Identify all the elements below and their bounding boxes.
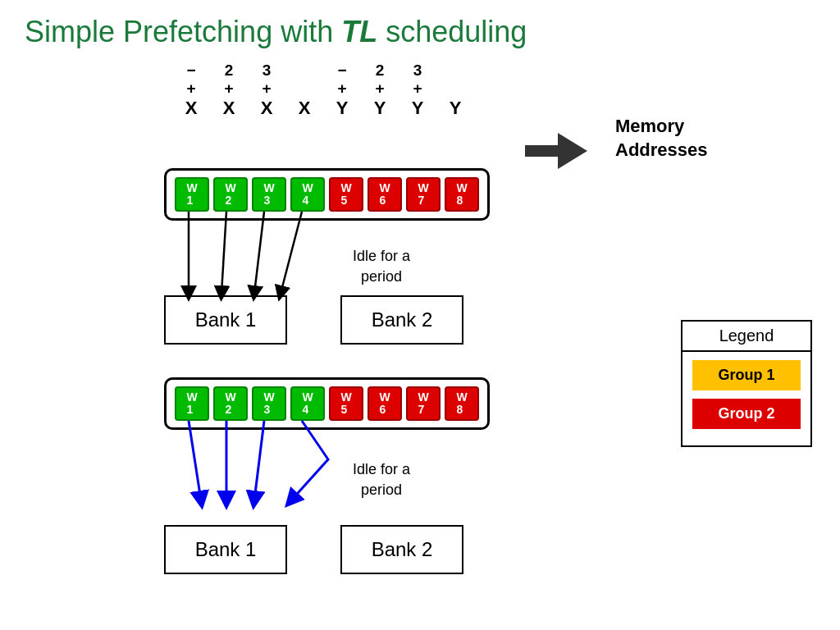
title-text: Simple Prefetching with	[25, 15, 341, 48]
addr-row1: − 2 3 − 2 3	[172, 62, 474, 80]
svg-line-4	[189, 421, 201, 500]
addr-col-5-r2: +	[323, 80, 361, 98]
w-box-6-bot: W6	[368, 386, 402, 421]
bank2-bot-label: Bank 2	[372, 538, 433, 561]
svg-line-2	[254, 212, 264, 294]
svg-line-6	[254, 421, 264, 500]
w-box-7-top: W7	[406, 177, 441, 212]
addr-col-4-r2	[285, 80, 323, 98]
w-box-8-top: W8	[445, 177, 479, 212]
w-box-2-top: W2	[213, 177, 248, 212]
bank1-top-label: Bank 1	[195, 308, 257, 331]
title-rest: scheduling	[377, 15, 527, 48]
w-box-2-bot: W2	[213, 386, 248, 421]
addr-col-5-r1: −	[323, 62, 361, 80]
w-box-1-bot: W1	[175, 386, 209, 421]
addr-row2: + + + + + +	[172, 80, 474, 98]
svg-line-3	[281, 212, 302, 294]
memory-arrow-container	[525, 133, 587, 169]
addr-col-8-r1	[436, 62, 474, 80]
addr-col-3-r2: +	[248, 80, 285, 98]
w-box-5-bot: W5	[329, 386, 363, 421]
addr-col-4-r1	[285, 62, 323, 80]
page-title: Simple Prefetching with TL scheduling	[25, 15, 527, 49]
bank2-top-label: Bank 2	[372, 308, 433, 331]
memory-addresses-label: Memory Addresses	[615, 115, 708, 162]
w-box-7-bot: W7	[406, 386, 441, 421]
w-box-1-top: W1	[175, 177, 209, 212]
legend-group2: Group 2	[692, 399, 801, 429]
addr-col-3-r1: 3	[248, 62, 285, 80]
bank1-bot: Bank 1	[164, 525, 287, 574]
idle-bot-text: Idle for aperiod	[353, 459, 410, 500]
addr-col-1-r2: +	[172, 80, 210, 98]
w-box-3-top: W3	[252, 177, 286, 212]
bank1-bot-label: Bank 1	[195, 538, 257, 561]
addr-column-group: − 2 3 − 2 3 + + + + + + X X X X Y Y Y Y	[172, 62, 474, 119]
addr-col-1-r3: X	[172, 98, 210, 119]
bank2-top: Bank 2	[340, 295, 463, 345]
bank1-top: Bank 1	[164, 295, 287, 345]
bank2-bot: Bank 2	[340, 525, 463, 574]
addr-col-2-r3: X	[210, 98, 248, 119]
w-box-6-top: W6	[368, 177, 402, 212]
addr-col-7-r3: Y	[399, 98, 436, 119]
addr-col-8-r3: Y	[436, 98, 474, 119]
legend-box: Legend Group 1 Group 2	[681, 320, 812, 447]
legend-title: Legend	[682, 322, 810, 352]
arrow-head	[558, 133, 587, 169]
addr-col-3-r3: X	[248, 98, 285, 119]
svg-line-1	[221, 212, 226, 294]
title-italic: TL	[341, 15, 377, 48]
legend-group1: Group 1	[692, 360, 801, 390]
addr-col-8-r2	[436, 80, 474, 98]
addr-col-7-r2: +	[399, 80, 436, 98]
addr-col-6-r3: Y	[361, 98, 399, 119]
addr-col-2-r1: 2	[210, 62, 248, 80]
w-box-3-bot: W3	[252, 386, 286, 421]
addr-col-2-r2: +	[210, 80, 248, 98]
addr-col-6-r1: 2	[361, 62, 399, 80]
bottom-w-row: W1 W2 W3 W4 W5 W6 W7 W8	[164, 377, 490, 430]
arrow-body	[525, 145, 558, 157]
addr-row3: X X X X Y Y Y Y	[172, 98, 474, 119]
top-w-row: W1 W2 W3 W4 W5 W6 W7 W8	[164, 168, 490, 221]
addr-col-5-r3: Y	[323, 98, 361, 119]
w-box-4-top: W4	[290, 177, 325, 212]
addr-col-7-r1: 3	[399, 62, 436, 80]
addr-col-6-r2: +	[361, 80, 399, 98]
addr-col-4-r3: X	[285, 98, 323, 119]
w-box-8-bot: W8	[445, 386, 479, 421]
w-box-5-top: W5	[329, 177, 363, 212]
idle-top-text: Idle for aperiod	[353, 246, 410, 287]
w-box-4-bot: W4	[290, 386, 325, 421]
addr-col-1-r1: −	[172, 62, 210, 80]
